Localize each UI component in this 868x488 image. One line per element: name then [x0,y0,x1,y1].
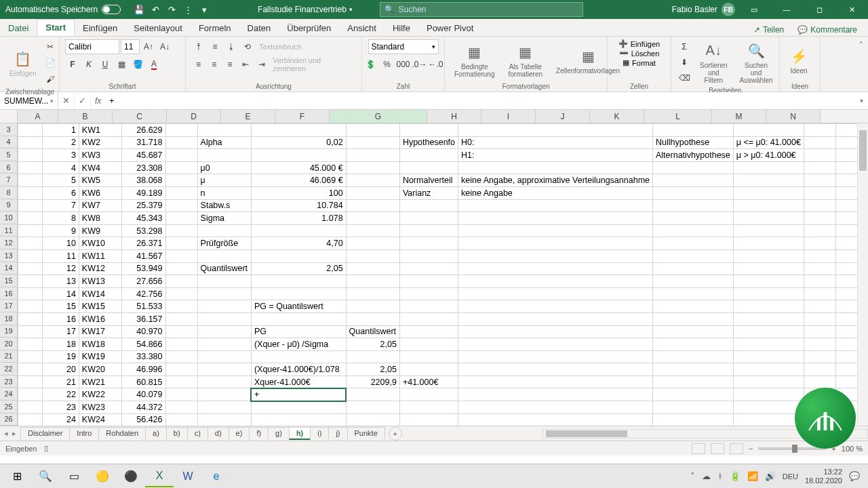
sheet-tab[interactable]: Disclaimer [20,427,70,440]
cell[interactable] [653,186,734,199]
cell[interactable]: 2,05 [346,363,399,376]
cell[interactable] [653,401,734,414]
cell[interactable] [18,161,43,174]
cell[interactable] [804,338,835,351]
cell[interactable] [458,287,653,300]
tab-daten[interactable]: Daten [239,20,279,36]
cell[interactable]: 46.996 [121,363,165,376]
cell[interactable] [653,338,734,351]
cell[interactable] [653,262,734,275]
column-header[interactable]: G [330,110,427,123]
cell[interactable] [804,161,835,174]
cell[interactable] [165,413,197,426]
cell[interactable] [165,338,197,351]
cell[interactable] [197,338,251,351]
cell[interactable]: 2,05 [251,262,346,275]
cell[interactable] [733,212,804,225]
sheet-tab[interactable]: g) [268,427,290,440]
cell[interactable]: 4,70 [251,237,346,250]
font-name-select[interactable]: Calibri [65,39,119,54]
cell[interactable] [165,199,197,212]
cell[interactable]: 7 [43,199,79,212]
notifications-icon[interactable]: 💬 [849,471,860,481]
underline-icon[interactable]: U [98,57,113,72]
cell[interactable] [733,186,804,199]
cell[interactable] [804,300,835,313]
cell[interactable] [653,275,734,288]
cell[interactable] [399,224,458,237]
cell[interactable] [197,275,251,288]
cell[interactable]: Stabw.s [197,199,251,212]
cell[interactable]: KW23 [79,401,121,414]
cell[interactable]: 19 [43,350,79,363]
cell[interactable] [653,300,734,313]
cell[interactable] [733,124,804,137]
cell[interactable] [18,401,43,414]
cell[interactable] [18,212,43,225]
cell[interactable] [18,199,43,212]
cell[interactable] [458,388,653,401]
cell[interactable] [197,224,251,237]
cell[interactable]: (Xquer-41.000€)/1.078 [251,363,346,376]
cell[interactable] [251,124,346,137]
cell[interactable] [458,312,653,325]
cell[interactable] [165,312,197,325]
cell[interactable] [399,312,458,325]
cell[interactable] [458,375,653,388]
wrap-text-button[interactable]: Textumbruch [256,39,304,54]
cell[interactable]: 5 [43,174,79,187]
bluetooth-icon[interactable]: ᚼ [717,471,723,481]
cell[interactable] [346,212,399,225]
bold-icon[interactable]: F [65,57,80,72]
cell[interactable]: 40.970 [121,325,165,338]
cell[interactable]: KW3 [79,149,121,162]
row-header[interactable]: 16 [0,287,18,300]
cell[interactable] [18,375,43,388]
cell[interactable] [18,300,43,313]
cell[interactable] [251,275,346,288]
cell[interactable] [197,350,251,363]
cell[interactable] [251,312,346,325]
decrease-decimal-icon[interactable]: ←.0 [429,57,443,72]
page-layout-view-icon[interactable] [711,443,724,454]
cell[interactable] [165,300,197,313]
cell[interactable]: 14 [43,287,79,300]
cell[interactable] [458,237,653,250]
cell[interactable]: KW11 [79,249,121,262]
sheet-tab[interactable]: h) [289,427,311,440]
row-header[interactable]: 12 [0,237,18,249]
cell[interactable]: 31.718 [121,136,165,149]
align-top-icon[interactable]: ⭱ [191,39,206,54]
cell[interactable] [165,212,197,225]
row-header[interactable]: 4 [0,136,18,149]
row-header[interactable]: 3 [0,123,18,136]
decrease-indent-icon[interactable]: ⇤ [239,57,253,72]
sheet-tab[interactable]: c) [187,427,208,440]
cell[interactable] [733,262,804,275]
cell[interactable] [653,199,734,212]
cell[interactable]: μ [197,174,251,187]
cell[interactable] [804,363,835,376]
cell[interactable]: Normalverteil [399,174,458,187]
task-view-icon[interactable]: ▭ [60,466,88,487]
cell[interactable] [165,161,197,174]
sheet-tab[interactable]: Intro [69,427,99,440]
cell[interactable]: KW24 [79,413,121,426]
cell[interactable] [197,401,251,414]
cell[interactable] [653,350,734,363]
user-account[interactable]: Fabio Basler FB [672,3,735,16]
cell[interactable]: 45.000 € [251,161,346,174]
edge-taskbar-icon[interactable]: e [202,466,231,487]
cell[interactable] [197,363,251,376]
cell[interactable] [733,275,804,288]
expand-formula-bar-icon[interactable]: ▾ [854,97,868,104]
save-icon[interactable]: 💾 [132,2,146,17]
column-header[interactable]: F [275,110,330,123]
cell[interactable] [804,136,835,149]
cell[interactable]: keine Angabe, approximative Verteilungsa… [458,174,653,187]
cell[interactable] [346,224,399,237]
cell[interactable] [346,413,399,426]
normal-view-icon[interactable] [692,443,705,454]
cell[interactable] [653,413,734,426]
row-header[interactable]: 24 [0,388,18,401]
